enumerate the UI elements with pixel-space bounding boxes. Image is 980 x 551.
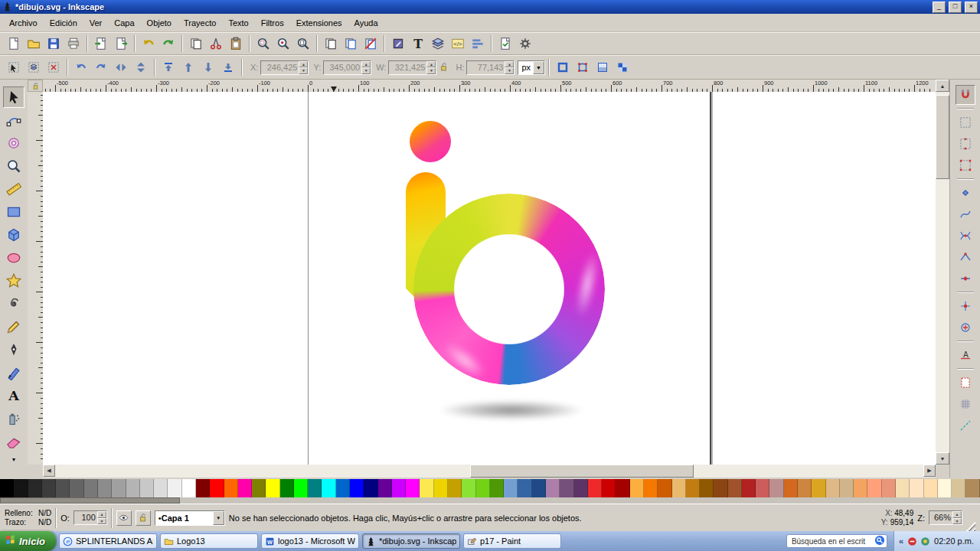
affect-gradient-button[interactable] (593, 57, 612, 77)
menu-ayuda[interactable]: Ayuda (348, 16, 384, 30)
palette-swatch[interactable] (812, 479, 825, 497)
horizontal-scrollbar[interactable]: ◀ ▶ (43, 465, 936, 478)
logo-ring[interactable] (413, 194, 605, 385)
snap-cusp-nodes-button[interactable] (956, 247, 975, 267)
vertical-ruler[interactable] (28, 92, 44, 465)
palette-swatch[interactable] (784, 479, 798, 497)
palette-swatch[interactable] (574, 479, 588, 497)
command-open-document-button[interactable] (24, 34, 44, 54)
palette-swatch[interactable] (238, 479, 252, 497)
palette-swatch[interactable] (546, 479, 560, 497)
command-unlink-clone-button[interactable] (361, 34, 381, 54)
snap-bbox-edges-button[interactable] (956, 134, 975, 154)
close-button[interactable]: × (965, 2, 978, 13)
menu-capa[interactable]: Capa (108, 16, 140, 30)
palette-swatch[interactable] (896, 479, 910, 497)
measure-tool-button[interactable] (3, 178, 24, 200)
menu-objeto[interactable]: Objeto (141, 16, 178, 30)
palette-swatch[interactable] (280, 479, 294, 497)
canvas[interactable] (43, 92, 936, 465)
palette-swatch[interactable] (126, 479, 140, 497)
units-dropdown[interactable]: px ▼ (518, 60, 545, 75)
palette-swatch[interactable] (700, 479, 714, 497)
text-tool-button[interactable]: A (3, 385, 24, 406)
palette-swatch[interactable] (658, 479, 671, 497)
zoom-field[interactable]: 66%▲▼ (929, 510, 962, 525)
palette-swatch[interactable] (742, 479, 756, 497)
scroll-up-button[interactable]: ▲ (936, 80, 949, 92)
palette-swatch[interactable] (98, 479, 112, 497)
command-print-button[interactable] (64, 34, 83, 54)
palette-swatch[interactable] (322, 479, 335, 497)
command-xml-editor-button[interactable]: </> (448, 34, 468, 54)
start-button[interactable]: Inicio (0, 531, 56, 551)
palette-swatch[interactable] (364, 479, 377, 497)
taskbar-task-logo13-microsoft-word[interactable]: Wlogo13 - Microsoft Word (261, 533, 359, 549)
selector-tool-button[interactable] (3, 86, 24, 108)
layer-lock-button[interactable] (136, 510, 151, 526)
palette-swatch[interactable] (588, 479, 602, 497)
palette-swatch[interactable] (616, 479, 629, 497)
snap-path-intersections-button[interactable] (956, 226, 975, 246)
affect-corners-button[interactable] (573, 57, 593, 77)
palette-swatch[interactable] (826, 479, 840, 497)
affect-pattern-button[interactable] (612, 57, 632, 77)
taskbar-task-splinterlands-art-con-[interactable]: eSPLINTERLANDS Art Con... (59, 533, 157, 549)
command-cut-button[interactable] (206, 34, 226, 54)
palette-swatch[interactable] (686, 479, 700, 497)
logo-shadow[interactable] (439, 400, 584, 420)
palette-swatch[interactable] (630, 479, 644, 497)
desktop-search-box[interactable]: Búsqueda en el escrit (786, 534, 887, 548)
snap-bounding-box-button[interactable] (956, 112, 975, 132)
tool-control-flip-vertical-button[interactable] (131, 57, 151, 77)
palette-swatch[interactable] (910, 479, 923, 497)
palette-swatch[interactable] (378, 479, 392, 497)
command-redo-button[interactable] (158, 34, 178, 54)
palette-scroll-thumb[interactable] (0, 497, 180, 504)
snap-object-centers-button[interactable] (956, 296, 975, 316)
menu-ver[interactable]: Ver (83, 16, 109, 30)
palette-swatch[interactable] (840, 479, 854, 497)
tool-control-lower-button[interactable] (198, 57, 218, 77)
tool-control-raise-to-top-button[interactable] (158, 57, 178, 77)
palette-swatch[interactable] (938, 479, 952, 497)
taskbar-task--dibujo-svg-inkscape[interactable]: *dibujo.svg - Inkscape (362, 533, 460, 549)
snap-page-border-button[interactable] (956, 373, 975, 393)
palette-swatch[interactable] (224, 479, 238, 497)
command-new-document-button[interactable] (4, 34, 24, 54)
tool-control-select-all-layers-button[interactable] (24, 57, 44, 77)
palette-swatch[interactable] (882, 479, 896, 497)
palette-swatch[interactable] (532, 479, 546, 497)
palette-swatch[interactable] (756, 479, 769, 497)
palette-swatch[interactable] (56, 479, 70, 497)
menu-edicion[interactable]: Edición (44, 16, 83, 30)
palette-swatch[interactable] (182, 479, 196, 497)
palette-scrollbar[interactable] (0, 497, 980, 504)
opacity-field[interactable]: 100▲▼ (74, 510, 107, 525)
palette-swatch[interactable] (154, 479, 168, 497)
palette-swatch[interactable] (518, 479, 531, 497)
palette-swatch[interactable] (28, 479, 42, 497)
fill-stroke-indicator[interactable]: Relleno:N/D Trazo:N/D (5, 509, 51, 527)
width-field[interactable]: 321,425▲▼ (388, 60, 436, 75)
tool-control-flip-horizontal-button[interactable] (111, 57, 131, 77)
minimize-button[interactable]: _ (933, 2, 946, 13)
palette-swatch[interactable] (952, 479, 965, 497)
menu-archivo[interactable]: Archivo (3, 16, 44, 30)
command-text-dialog-button[interactable]: T (408, 34, 428, 54)
snap-nodes-button[interactable] (956, 183, 975, 203)
search-icon[interactable] (874, 535, 885, 547)
palette-swatch[interactable] (210, 479, 224, 497)
layer-dropdown[interactable]: • Capa 1 ▾ (155, 510, 225, 526)
scroll-down-button[interactable]: ▼ (936, 452, 949, 465)
command-preferences-button[interactable] (515, 34, 535, 54)
eraser-tool-button[interactable] (3, 431, 24, 452)
palette-swatch[interactable] (854, 479, 867, 497)
star-tool-button[interactable] (3, 270, 24, 292)
command-export-button[interactable] (111, 34, 131, 54)
node-tool-button[interactable] (3, 109, 24, 131)
palette-swatch[interactable] (965, 479, 979, 497)
enable-snapping-button[interactable] (956, 85, 975, 105)
command-zoom-drawing-button[interactable] (273, 34, 293, 54)
toolbox-overflow-button[interactable]: ▾ (5, 456, 23, 467)
